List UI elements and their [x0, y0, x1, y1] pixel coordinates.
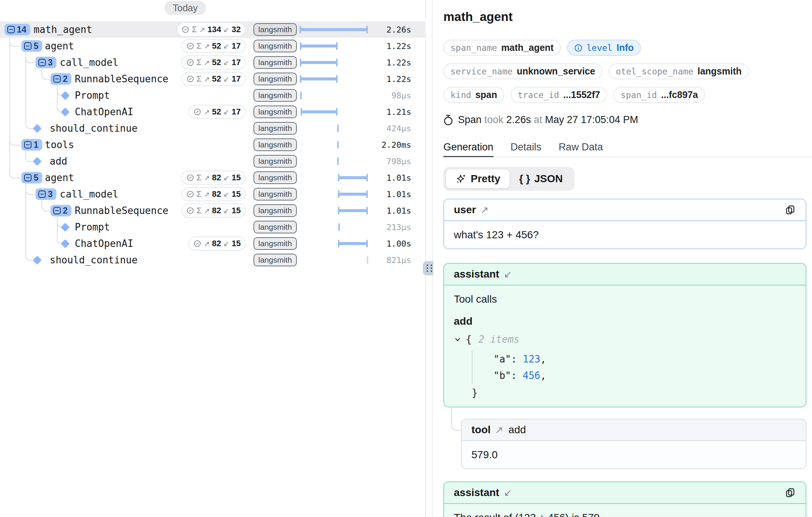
copy-icon — [785, 204, 796, 215]
tab-raw-data[interactable]: Raw Data — [559, 141, 603, 156]
langsmith-tag[interactable]: langsmith — [253, 188, 297, 201]
json-toggle-button[interactable]: { } JSON — [510, 169, 572, 188]
langsmith-tag[interactable]: langsmith — [253, 221, 297, 233]
chevron-down-icon[interactable] — [454, 336, 461, 343]
child-count: 2 — [63, 75, 68, 83]
duration-bar-track — [300, 235, 367, 252]
input-tokens: 52 — [212, 74, 221, 84]
meta-pill-level: levelInfo — [567, 40, 641, 56]
langsmith-tag[interactable]: langsmith — [253, 56, 297, 69]
input-tokens: 82 — [212, 173, 221, 183]
json-key: "a" — [493, 354, 511, 365]
input-tokens-arrow-icon: ↗ — [204, 174, 210, 181]
tree-row-ChatOpenAI[interactable]: ChatOpenAI↗82↙15langsmith1.00s — [0, 235, 425, 252]
input-tokens: 82 — [212, 206, 221, 215]
duration-label: 1.22s — [387, 74, 411, 84]
tree-connector-line — [9, 36, 21, 178]
copy-button[interactable] — [785, 204, 796, 215]
child-count: 5 — [34, 42, 39, 51]
tree-row-call_model[interactable]: 3call_modelΣ↗82↙15langsmith1.01s — [0, 186, 425, 202]
langsmith-tag[interactable]: langsmith — [253, 237, 297, 250]
langsmith-tag[interactable]: langsmith — [253, 73, 297, 85]
pill-key: service_name — [450, 67, 513, 76]
arrow-up-right-icon: ↗ — [495, 424, 503, 436]
message-role: tool — [471, 424, 490, 436]
langsmith-tag[interactable]: langsmith — [253, 40, 297, 52]
output-tokens-arrow-icon: ↙ — [224, 26, 230, 33]
collapse-badge[interactable]: 1 — [21, 139, 42, 151]
langsmith-tag[interactable]: langsmith — [253, 122, 297, 135]
output-tokens-arrow-icon: ↙ — [224, 240, 230, 247]
tree-row-Prompt[interactable]: Promptlangsmith213µs — [0, 219, 425, 235]
collapse-badge[interactable]: 3 — [36, 189, 56, 200]
sigma-icon: Σ — [197, 207, 202, 215]
pretty-toggle-button[interactable]: Pretty — [446, 169, 510, 188]
tree-row-RunnableSequence[interactable]: 2RunnableSequenceΣ↗52↙17langsmith1.22s — [0, 71, 425, 87]
copy-button[interactable] — [785, 487, 796, 498]
trace-tree-panel: Today 14math_agentΣ↗134↙32langsmith2.26s… — [0, 0, 425, 517]
pill-value: span — [475, 89, 497, 100]
collapse-icon — [38, 190, 46, 198]
pill-key: kind — [450, 90, 471, 100]
duration-bar — [338, 193, 367, 196]
collapse-badge[interactable]: 2 — [50, 73, 71, 85]
tree-row-agent[interactable]: 5agentΣ↗52↙17langsmith1.22s — [0, 38, 425, 54]
duration-tick — [338, 223, 340, 231]
tree-row-call_model[interactable]: 3call_modelΣ↗52↙17langsmith1.22s — [0, 54, 425, 71]
pill-value: Info — [616, 42, 634, 53]
tree-row-should_continue[interactable]: should_continuelangsmith821µs — [0, 252, 425, 268]
token-count-badge: Σ↗52↙17 — [181, 55, 246, 70]
input-tokens: 134 — [207, 25, 221, 34]
pill-key: span_name — [450, 43, 497, 53]
message-card-assistant: assistant↙Tool callsadd{2 items"a": 123,… — [443, 263, 806, 407]
duration-bar-track — [300, 71, 367, 87]
child-count: 1 — [34, 141, 39, 149]
pill-value: langsmith — [698, 66, 742, 77]
tab-generation[interactable]: Generation — [443, 141, 493, 157]
duration-bar — [338, 209, 367, 212]
collapse-badge[interactable]: 14 — [4, 24, 30, 36]
message-body: Tool callsadd{2 items"a": 123,"b": 456,} — [444, 285, 806, 407]
langsmith-tag[interactable]: langsmith — [253, 89, 297, 102]
pill-value: ...1552f7 — [563, 89, 600, 100]
langsmith-tag[interactable]: langsmith — [253, 155, 297, 168]
tree-row-math_agent[interactable]: 14math_agentΣ↗134↙32langsmith2.26s — [0, 21, 425, 38]
input-tokens-arrow-icon: ↗ — [204, 207, 210, 214]
tree-connector-line — [41, 200, 50, 211]
duration-label: 1.21s — [387, 107, 411, 117]
pill-key: level — [587, 43, 612, 53]
langsmith-tag[interactable]: langsmith — [253, 105, 297, 118]
pill-key: span_id — [621, 90, 657, 100]
tree-row-agent[interactable]: 5agentΣ↗82↙15langsmith1.01s — [0, 169, 425, 186]
tree-row-should_continue[interactable]: should_continuelangsmith424µs — [0, 120, 425, 137]
sigma-icon: Σ — [197, 174, 202, 182]
tree-row-add[interactable]: addlangsmith798µs — [0, 153, 425, 169]
token-count-badge: Σ↗52↙17 — [181, 72, 246, 86]
tree-connector-line — [25, 184, 33, 261]
collapse-badge[interactable]: 5 — [21, 40, 42, 52]
tool-calls-label: Tool calls — [454, 293, 796, 305]
tree-row-Prompt[interactable]: Promptlangsmith98µs — [0, 87, 425, 104]
langsmith-tag[interactable]: langsmith — [253, 23, 297, 36]
panel-divider-line — [425, 0, 426, 517]
tree-row-RunnableSequence[interactable]: 2RunnableSequenceΣ↗82↙15langsmith1.01s — [0, 202, 425, 219]
langsmith-tag[interactable]: langsmith — [253, 171, 297, 184]
duration-label: 98µs — [391, 91, 411, 100]
token-count-badge: Σ↗82↙15 — [181, 204, 246, 218]
tree-row-ChatOpenAI[interactable]: ChatOpenAI↗52↙17langsmith1.21s — [0, 104, 425, 120]
tab-details[interactable]: Details — [511, 141, 542, 156]
tree-row-tools[interactable]: 1toolslangsmith2.20ms — [0, 137, 425, 153]
collapse-icon — [7, 26, 15, 34]
meta-pill-trace_id: trace_id...1552f7 — [511, 87, 607, 103]
duration-label: 1.01s — [387, 173, 411, 183]
collapse-badge[interactable]: 5 — [21, 172, 42, 184]
langsmith-tag[interactable]: langsmith — [253, 204, 297, 217]
collapse-badge[interactable]: 2 — [50, 205, 71, 217]
langsmith-tag[interactable]: langsmith — [253, 254, 297, 266]
duration-bar-track — [300, 169, 367, 186]
collapse-badge[interactable]: 3 — [36, 57, 56, 68]
duration-bar — [300, 45, 337, 48]
duration-label: 1.22s — [387, 42, 411, 51]
langsmith-tag[interactable]: langsmith — [253, 138, 297, 151]
meta-pill-otel_scope_name: otel_scope_namelangsmith — [609, 63, 749, 79]
